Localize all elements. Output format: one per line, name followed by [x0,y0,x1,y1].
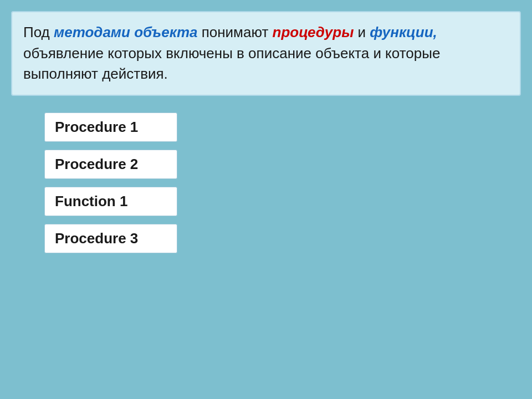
item-procedure-3[interactable]: Procedure 3 [44,224,177,253]
text-suffix: объявление которых включены в описание о… [23,45,440,83]
highlight-methods: методами объекта [54,24,197,40]
items-container: Procedure 1 Procedure 2 Function 1 Proce… [11,112,521,253]
item-function-1[interactable]: Function 1 [44,187,177,216]
text-middle2: и [354,24,370,40]
text-prefix: Под [23,24,54,40]
highlight-functions: функции, [370,24,437,40]
highlight-procedures: процедуры [273,24,354,40]
text-middle1: понимают [197,24,272,40]
item-procedure-1[interactable]: Procedure 1 [44,112,177,142]
item-procedure-2[interactable]: Procedure 2 [44,150,177,179]
intro-text-box: Под методами объекта понимают процедуры … [11,11,521,96]
page-container: Под методами объекта понимают процедуры … [0,0,532,399]
